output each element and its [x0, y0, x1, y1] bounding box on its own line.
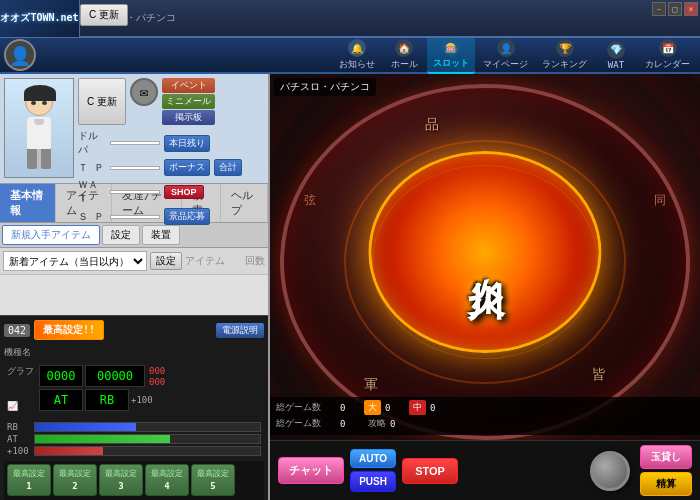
setting-btn-2-num: 2 [72, 481, 77, 491]
sub-tab-souchi[interactable]: 装置 [142, 225, 180, 245]
score-rows: 総ゲーム数 0 大 0 中 0 総ゲーム数 0 攻略 0 [270, 397, 700, 435]
setting-btn-4-label: 最高設定 [151, 468, 183, 479]
keika-button[interactable]: 掲示板 [162, 110, 215, 125]
bonus-button[interactable]: ボーナス [164, 159, 210, 176]
push-button[interactable]: PUSH [350, 471, 396, 492]
seisan-button[interactable]: 精算 [640, 472, 692, 496]
update-button[interactable]: C 更新 [80, 4, 128, 26]
event-button[interactable]: イベント [162, 78, 215, 93]
auto-button[interactable]: AUTO [350, 449, 396, 468]
setting-btn-5-num: 5 [210, 481, 215, 491]
today-remain-button[interactable]: 本日残り [164, 135, 210, 152]
stop-button[interactable]: STOP [402, 458, 458, 484]
setting-btn-5[interactable]: 最高設定 5 [191, 464, 235, 496]
avatar-leg-left [27, 149, 37, 169]
gem-2 [642, 109, 654, 121]
score-row-game: 総ゲーム数 0 大 0 中 0 [276, 400, 694, 415]
nav-bar: C 更新 👤 🔔 お知らせ 🏠 ホール 🎰 スロット 👤 マイページ 🏆 ランキ… [0, 38, 700, 74]
nav-item-oshirase[interactable]: 🔔 お知らせ [333, 37, 381, 73]
sub-tab-settei[interactable]: 設定 [102, 225, 140, 245]
stat-row-sp: Ｓ Ｐ 景品応募 [78, 208, 264, 225]
sp-value [110, 215, 160, 219]
setting-btn-2[interactable]: 最高設定 2 [53, 464, 97, 496]
nav-item-ranking[interactable]: 🏆 ランキング [536, 37, 593, 73]
setting-btn-3-label: 最高設定 [105, 468, 137, 479]
graph-label: グラフ [7, 365, 34, 378]
filter-settei-button[interactable]: 設定 [150, 252, 182, 270]
logo-text: オオズTOWN.net [0, 11, 78, 25]
item-filter-select[interactable]: 新着アイテム（当日以内）全アイテム [3, 251, 147, 271]
tab-kihon[interactable]: 基本情報 [0, 184, 56, 222]
kouryaku-val: 0 [390, 419, 410, 429]
bar-rb-label: RB [7, 422, 32, 432]
nav-avatar: 👤 [4, 39, 36, 71]
avatar-leg-right [41, 149, 51, 169]
deco-kanji-top: 品 [425, 116, 439, 134]
item-label: アイテム [185, 254, 225, 268]
setting-btn-1-num: 1 [26, 481, 31, 491]
setting-btn-1-label: 最高設定 [13, 468, 45, 479]
item-filter-row: 新着アイテム（当日以内）全アイテム 設定 アイテム 回数 [0, 248, 268, 275]
maximize-button[interactable]: □ [668, 2, 682, 16]
pachinko-machine: 炎川 品 軍 皆 弦 同 パチスロ・パチンコ [270, 74, 700, 500]
slot-row-bottom: AT RB +100 [39, 389, 165, 411]
daikuro-val: 0 [385, 403, 405, 413]
goukei-button[interactable]: 合計 [214, 159, 242, 176]
deco-kanji-br: 皆 [592, 366, 606, 384]
right-panel: 炎川 品 軍 皆 弦 同 パチスロ・パチンコ [270, 74, 700, 500]
bar-plus-label: +100 [7, 446, 32, 456]
stat-row-tp: Ｔ Ｐ ボーナス 合計 [78, 159, 264, 176]
sub-tab-shinki[interactable]: 新規入手アイテム [2, 225, 100, 245]
bar-section: RB AT +100 [4, 419, 264, 461]
chukuro-label: 中 [409, 400, 426, 415]
item-sublist-label: 回数 [245, 254, 265, 268]
avatar-head [25, 88, 53, 116]
slot-count-1: 000 [149, 366, 165, 376]
trackball[interactable] [590, 451, 630, 491]
dollar-value [110, 141, 160, 145]
total-game-val: 0 [340, 419, 360, 429]
setting-btn-3-num: 3 [118, 481, 123, 491]
bar-at-fill [35, 435, 170, 443]
gem-1 [316, 109, 328, 121]
setting-btn-3[interactable]: 最高設定 3 [99, 464, 143, 496]
machine-detail-button[interactable]: 電源説明 [216, 323, 264, 338]
setting-btn-5-label: 最高設定 [197, 468, 229, 479]
chat-button[interactable]: チャット [278, 457, 344, 484]
avatar-figure [25, 88, 53, 169]
bar-rb-fill [35, 423, 136, 431]
slot-row-top: 0000 00000 000 000 [39, 365, 165, 387]
minimail-icon[interactable]: ✉ [130, 78, 158, 106]
minimize-button[interactable]: － [652, 2, 666, 16]
update-char-button[interactable]: C 更新 [78, 78, 126, 125]
slot-spin-val: 0000 [39, 365, 83, 387]
tamagashi-button[interactable]: 玉貸し [640, 445, 692, 469]
slot-display: グラフ 📈 0000 00000 000 000 [4, 362, 264, 416]
shop-button[interactable]: SHOP [164, 185, 204, 199]
nav-item-slot[interactable]: 🎰 スロット [427, 36, 475, 74]
game-count-val: 0 [340, 403, 360, 413]
item-section[interactable] [0, 275, 268, 315]
stat-row-dollar: ドルパ 本日残り [78, 129, 264, 157]
close-button[interactable]: × [684, 2, 698, 16]
deco-kanji-bl: 軍 [364, 376, 378, 394]
graph-icon: 📈 [7, 401, 34, 411]
center-display: 炎川 [368, 151, 601, 353]
machine-number: 042 [4, 324, 30, 337]
nav-item-calendar[interactable]: 📅 カレンダー [639, 37, 696, 73]
slot-at-val: AT [39, 389, 83, 411]
machine-info-overlay: パチスロ・パチンコ [274, 78, 376, 96]
bar-rb-track [34, 422, 261, 432]
setting-btn-1[interactable]: 最高設定 1 [7, 464, 51, 496]
setting-btn-4[interactable]: 最高設定 4 [145, 464, 189, 496]
nav-item-wat[interactable]: 💎 WAT [595, 39, 637, 72]
machine-name-label: 機種名 [4, 344, 264, 362]
setting-btns: 最高設定 1 最高設定 2 最高設定 3 最高設定 4 最高設定 5 [4, 461, 264, 499]
minimail-button[interactable]: ミニメール [162, 94, 215, 109]
slot-row-1: グラフ 📈 0000 00000 000 000 [7, 365, 261, 411]
goods-button[interactable]: 景品応募 [164, 208, 210, 225]
slot-game-val: 00000 [85, 365, 145, 387]
nav-item-mypage[interactable]: 👤 マイページ [477, 37, 534, 73]
setting-btn-2-label: 最高設定 [59, 468, 91, 479]
nav-item-hall[interactable]: 🏠 ホール [383, 37, 425, 73]
